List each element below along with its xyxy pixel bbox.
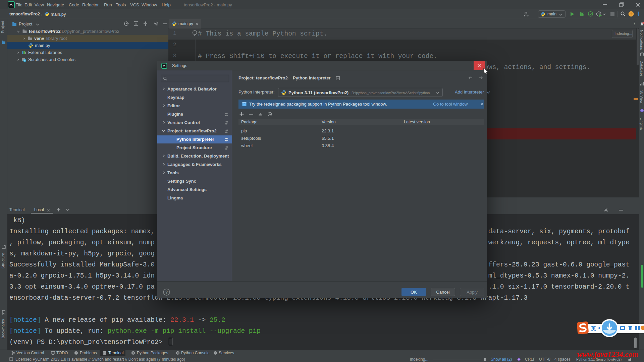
svg-text:?: ? — [165, 290, 168, 295]
